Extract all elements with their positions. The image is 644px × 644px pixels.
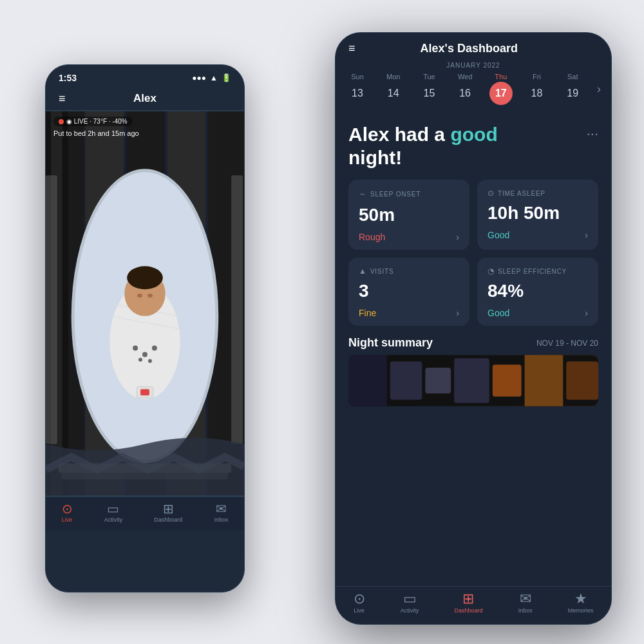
- left-nav-dashboard[interactable]: ⊞ Dashboard: [154, 502, 182, 523]
- svg-rect-35: [566, 361, 598, 400]
- stats-grid: ～ SLEEP ONSET 50m Rough › ⊙ TIME ASLEEP: [348, 180, 598, 326]
- svg-rect-30: [390, 361, 422, 400]
- night-summary-dates: NOV 19 - NOV 20: [536, 339, 598, 348]
- right-nav-inbox[interactable]: ✉ Inbox: [518, 592, 533, 614]
- day-num-sun: 13: [346, 82, 369, 105]
- sleep-efficiency-rating: Good: [488, 308, 509, 318]
- night-summary-section: Night summary NOV 19 - NOV 20: [348, 336, 598, 350]
- sleep-efficiency-chevron[interactable]: ›: [585, 308, 588, 318]
- live-badge: ◉ LIVE · 73°F · -40%: [53, 117, 133, 126]
- sleep-onset-card[interactable]: ～ SLEEP ONSET 50m Rough ›: [348, 180, 469, 250]
- time-asleep-chevron[interactable]: ›: [585, 230, 588, 240]
- dashboard-nav-icon: ⊞: [163, 502, 174, 515]
- night-thumbnail[interactable]: [348, 355, 598, 406]
- live-nav-icon: ⊙: [62, 502, 73, 515]
- activity-nav-icon: ▭: [107, 502, 119, 515]
- camera-feed: ◉ LIVE · 73°F · -40% Put to bed 2h and 1…: [46, 110, 244, 497]
- sleep-onset-footer: Rough ›: [359, 232, 459, 242]
- calendar-strip: JANUARY 2022 Sun 13 Mon 14 Tue 15 Wed 16: [336, 59, 611, 113]
- left-nav-live-label: Live: [62, 516, 73, 523]
- sleep-efficiency-value: 84%: [488, 281, 588, 301]
- day-mon[interactable]: Mon 14: [382, 73, 405, 105]
- right-nav-dashboard-label: Dashboard: [454, 607, 482, 614]
- day-sun[interactable]: Sun 13: [346, 73, 369, 105]
- night-text-part2: night!: [348, 147, 402, 168]
- right-inbox-icon: ✉: [520, 592, 531, 606]
- live-text: ◉ LIVE · 73°F · -40%: [66, 118, 128, 125]
- time-asleep-icon: ⊙: [488, 189, 494, 198]
- inbox-nav-icon: ✉: [216, 502, 227, 515]
- sleep-onset-icon: ～: [359, 189, 366, 200]
- visits-chevron[interactable]: ›: [456, 308, 459, 318]
- day-thu[interactable]: Thu 17: [489, 73, 513, 105]
- svg-rect-31: [425, 368, 451, 393]
- left-nav-live[interactable]: ⊙ Live: [62, 502, 73, 523]
- left-nav-activity-label: Activity: [104, 516, 123, 523]
- right-bottom-nav: ⊙ Live ▭ Activity ⊞ Dashboard ✉ Inbox ★ …: [336, 586, 611, 624]
- right-phone: ≡ Alex's Dashboard JANUARY 2022 Sun 13 M…: [335, 32, 612, 625]
- day-name-mon: Mon: [386, 73, 400, 80]
- visits-card[interactable]: ▲ VISITS 3 Fine ›: [348, 258, 469, 326]
- live-dot: [59, 119, 64, 124]
- crib-camera-view: [46, 110, 244, 497]
- right-menu-icon[interactable]: ≡: [348, 42, 355, 55]
- left-phone: 1:53 ●●● ▲ 🔋 ≡ Alex ◉ LIVE · 73°F · -40%…: [45, 64, 245, 592]
- day-name-sun: Sun: [351, 73, 364, 80]
- night-quality-text: Alex had a good night!: [348, 123, 598, 169]
- left-menu-icon[interactable]: ≡: [59, 92, 66, 106]
- day-name-sat: Sat: [567, 73, 578, 80]
- svg-point-16: [138, 357, 142, 361]
- visits-value: 3: [359, 281, 459, 301]
- sleep-efficiency-label: SLEEP EFFICIENCY: [498, 268, 567, 275]
- day-num-sat: 19: [561, 82, 584, 105]
- svg-point-21: [147, 294, 153, 298]
- sleep-onset-chevron[interactable]: ›: [456, 232, 459, 242]
- sleep-efficiency-icon: ◔: [488, 267, 494, 276]
- right-nav-live-label: Live: [354, 607, 365, 614]
- right-memories-icon: ★: [574, 592, 587, 606]
- left-nav-activity[interactable]: ▭ Activity: [104, 502, 123, 523]
- night-summary-title: Night summary: [348, 336, 433, 350]
- left-nav-bar: ≡ Alex: [46, 88, 244, 110]
- right-nav-memories-label: Memories: [568, 607, 594, 614]
- day-tue[interactable]: Tue 15: [417, 73, 440, 105]
- time-asleep-card[interactable]: ⊙ TIME ASLEEP 10h 50m Good ›: [477, 180, 598, 250]
- svg-rect-33: [493, 365, 522, 397]
- time-asleep-footer: Good ›: [488, 230, 588, 240]
- sleep-onset-value: 50m: [359, 205, 459, 225]
- sleep-onset-label: SLEEP ONSET: [370, 191, 421, 198]
- day-sat[interactable]: Sat 19: [561, 73, 584, 105]
- day-name-tue: Tue: [423, 73, 435, 80]
- visits-footer: Fine ›: [359, 308, 459, 318]
- left-status-bar: 1:53 ●●● ▲ 🔋: [46, 65, 244, 88]
- time-asleep-label: TIME ASLEEP: [498, 190, 545, 197]
- day-num-mon: 14: [382, 82, 405, 105]
- left-time: 1:53: [59, 73, 77, 83]
- svg-point-19: [127, 266, 163, 289]
- right-nav-activity[interactable]: ▭ Activity: [401, 592, 419, 614]
- left-nav-inbox[interactable]: ✉ Inbox: [214, 502, 228, 523]
- day-name-wed: Wed: [458, 73, 472, 80]
- visits-icon: ▲: [359, 267, 366, 276]
- sleep-efficiency-footer: Good ›: [488, 308, 588, 318]
- calendar-next-chevron[interactable]: ›: [597, 82, 601, 96]
- left-nav-dashboard-label: Dashboard: [154, 516, 182, 523]
- bed-message: Put to bed 2h and 15m ago: [53, 129, 139, 137]
- right-nav-memories[interactable]: ★ Memories: [568, 592, 594, 614]
- svg-point-13: [133, 346, 138, 351]
- more-options-button[interactable]: ···: [587, 126, 598, 142]
- day-num-fri: 18: [526, 82, 549, 105]
- right-dashboard-icon: ⊞: [462, 592, 474, 606]
- day-num-tue: 15: [417, 82, 440, 105]
- day-fri[interactable]: Fri 18: [526, 73, 549, 105]
- right-dashboard-title: Alex's Dashboard: [421, 42, 518, 55]
- sleep-efficiency-card[interactable]: ◔ SLEEP EFFICIENCY 84% Good ›: [477, 258, 598, 326]
- right-nav-live[interactable]: ⊙ Live: [354, 592, 365, 614]
- time-asleep-rating: Good: [488, 230, 509, 240]
- day-wed[interactable]: Wed 16: [453, 73, 477, 105]
- svg-point-20: [137, 294, 142, 298]
- right-nav-dashboard[interactable]: ⊞ Dashboard: [454, 592, 482, 614]
- right-nav-activity-label: Activity: [401, 607, 419, 614]
- day-num-wed: 16: [453, 82, 477, 105]
- svg-point-14: [142, 352, 147, 357]
